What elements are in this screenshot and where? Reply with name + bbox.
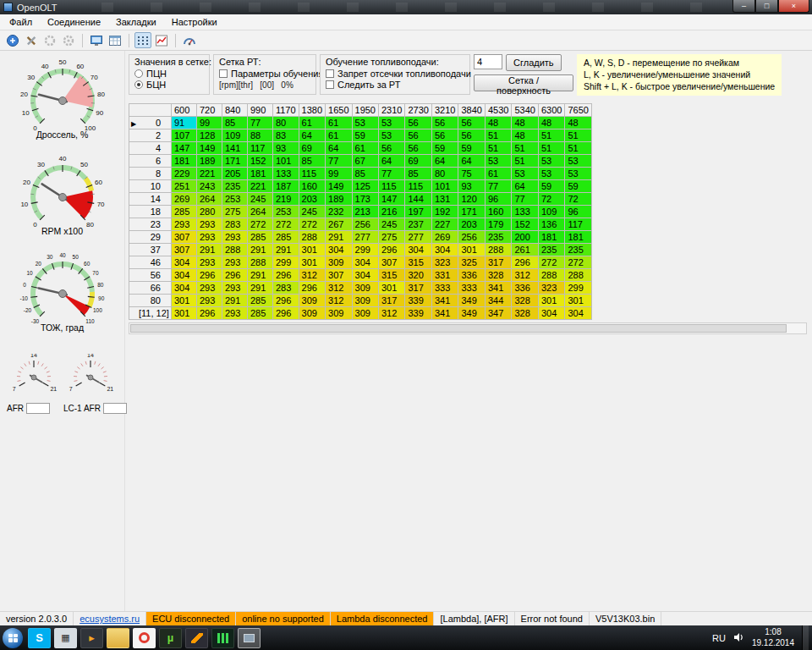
table-cell[interactable]: 304 bbox=[405, 243, 431, 256]
table-cell[interactable]: 261 bbox=[512, 243, 538, 256]
table-cell[interactable]: 61 bbox=[352, 141, 378, 154]
table-cell[interactable]: 349 bbox=[458, 294, 485, 306]
table-cell[interactable]: 269 bbox=[171, 192, 196, 205]
table-cell[interactable]: 304 bbox=[538, 306, 564, 319]
table-cell[interactable]: 93 bbox=[272, 141, 299, 154]
table-cell[interactable]: 291 bbox=[272, 243, 299, 256]
table-cell[interactable]: 299 bbox=[272, 256, 299, 268]
table-cell[interactable]: 59 bbox=[565, 179, 591, 192]
table-cell[interactable]: 288 bbox=[565, 268, 591, 281]
table-cell[interactable]: 48 bbox=[485, 116, 511, 129]
table-cell[interactable]: 64 bbox=[512, 179, 538, 192]
table-cell[interactable]: 53 bbox=[379, 116, 405, 129]
table-cell[interactable]: 296 bbox=[196, 306, 222, 319]
clock[interactable]: 1:08 19.12.2014 bbox=[752, 627, 794, 648]
table-cell[interactable]: 91 bbox=[171, 116, 196, 129]
table-cell[interactable]: 115 bbox=[299, 167, 325, 179]
table-cell[interactable]: 341 bbox=[485, 281, 511, 294]
menu-item-файл[interactable]: Файл bbox=[2, 15, 40, 29]
table-cell[interactable]: 69 bbox=[405, 154, 431, 167]
table-cell[interactable]: 48 bbox=[565, 116, 591, 129]
table-cell[interactable]: 56 bbox=[405, 116, 431, 129]
table-cell[interactable]: 293 bbox=[196, 218, 222, 230]
table-cell[interactable]: 77 bbox=[512, 192, 538, 205]
table-cell[interactable]: 272 bbox=[538, 256, 564, 268]
table-cell[interactable]: 288 bbox=[247, 256, 272, 268]
column-header[interactable]: 7650 bbox=[565, 103, 591, 116]
table-cell[interactable]: 59 bbox=[538, 179, 564, 192]
table-cell[interactable]: 328 bbox=[485, 268, 511, 281]
table-cell[interactable]: 235 bbox=[538, 243, 564, 256]
table-cell[interactable]: 301 bbox=[171, 294, 196, 306]
column-header[interactable]: 2730 bbox=[405, 103, 431, 116]
table-cell[interactable]: 61 bbox=[326, 116, 352, 129]
row-header[interactable]: 4 bbox=[129, 141, 172, 154]
tools-icon[interactable] bbox=[23, 32, 40, 48]
grid-surface-button[interactable]: Сетка / поверхность bbox=[474, 74, 573, 91]
table-cell[interactable]: 299 bbox=[565, 281, 591, 294]
watch-rt-checkbox[interactable]: Следить за РТ bbox=[326, 80, 464, 90]
start-button[interactable] bbox=[3, 628, 23, 648]
table-cell[interactable]: 120 bbox=[458, 192, 485, 205]
table-cell[interactable]: 264 bbox=[196, 192, 222, 205]
table-cell[interactable]: 200 bbox=[512, 230, 538, 243]
table-cell[interactable]: 64 bbox=[326, 141, 352, 154]
table-cell[interactable]: 117 bbox=[565, 218, 591, 230]
table-cell[interactable]: 99 bbox=[196, 116, 222, 129]
table-cell[interactable]: 131 bbox=[431, 192, 458, 205]
table-cell[interactable]: 325 bbox=[458, 256, 485, 268]
table-cell[interactable]: 309 bbox=[352, 281, 378, 294]
table-cell[interactable]: 80 bbox=[431, 167, 458, 179]
table-cell[interactable]: 109 bbox=[538, 205, 564, 218]
table-cell[interactable]: 296 bbox=[512, 256, 538, 268]
table-cell[interactable]: 53 bbox=[565, 167, 591, 179]
table-cell[interactable]: 61 bbox=[326, 129, 352, 141]
table-cell[interactable]: 80 bbox=[272, 116, 299, 129]
table-cell[interactable]: 187 bbox=[272, 179, 299, 192]
row-header[interactable]: 37 bbox=[129, 243, 172, 256]
taskbar-media-player-icon[interactable]: ▸ bbox=[80, 628, 103, 648]
fuel-cutoff-checkbox-control[interactable] bbox=[326, 69, 334, 78]
table-cell[interactable]: 53 bbox=[379, 129, 405, 141]
table-cell[interactable]: 309 bbox=[299, 306, 325, 319]
table-cell[interactable]: 336 bbox=[512, 281, 538, 294]
row-header[interactable]: 10 bbox=[129, 179, 172, 192]
table-cell[interactable]: 61 bbox=[299, 116, 325, 129]
table-cell[interactable]: 277 bbox=[405, 230, 431, 243]
table-cell[interactable]: 235 bbox=[565, 243, 591, 256]
chart-view-icon[interactable] bbox=[153, 32, 170, 48]
table-cell[interactable]: 280 bbox=[196, 205, 222, 218]
table-cell[interactable]: 349 bbox=[458, 306, 485, 319]
table-cell[interactable]: 317 bbox=[379, 294, 405, 306]
close-button[interactable]: × bbox=[778, 0, 809, 13]
table-cell[interactable]: 160 bbox=[485, 205, 511, 218]
table-cell[interactable]: 293 bbox=[222, 306, 247, 319]
column-header[interactable]: 4530 bbox=[485, 103, 511, 116]
column-header[interactable]: 3840 bbox=[458, 103, 485, 116]
table-cell[interactable]: 309 bbox=[326, 306, 352, 319]
table-cell[interactable]: 85 bbox=[405, 167, 431, 179]
table-cell[interactable]: 56 bbox=[458, 116, 485, 129]
table-cell[interactable]: 192 bbox=[431, 205, 458, 218]
table-cell[interactable]: 309 bbox=[326, 256, 352, 268]
row-header[interactable]: 14 bbox=[129, 192, 172, 205]
language-indicator[interactable]: RU bbox=[712, 633, 726, 643]
table-cell[interactable]: 141 bbox=[222, 141, 247, 154]
log-table-icon[interactable] bbox=[107, 32, 123, 48]
table-cell[interactable]: 288 bbox=[485, 243, 511, 256]
read-ecu-icon[interactable] bbox=[41, 32, 58, 48]
table-cell[interactable]: 336 bbox=[458, 268, 485, 281]
training-params-checkbox[interactable]: Параметры обучения bbox=[219, 69, 310, 79]
table-cell[interactable]: 61 bbox=[485, 167, 511, 179]
table-cell[interactable]: 75 bbox=[458, 167, 485, 179]
table-cell[interactable]: 307 bbox=[171, 243, 196, 256]
table-cell[interactable]: 293 bbox=[222, 256, 247, 268]
table-cell[interactable]: 133 bbox=[512, 205, 538, 218]
table-cell[interactable]: 48 bbox=[512, 116, 538, 129]
table-cell[interactable]: 171 bbox=[222, 154, 247, 167]
radio-bcn[interactable]: БЦН bbox=[134, 80, 204, 90]
table-cell[interactable]: 213 bbox=[352, 205, 378, 218]
table-cell[interactable]: 83 bbox=[272, 129, 299, 141]
table-cell[interactable]: 245 bbox=[247, 192, 272, 205]
radio-pcn-control[interactable] bbox=[134, 69, 143, 78]
